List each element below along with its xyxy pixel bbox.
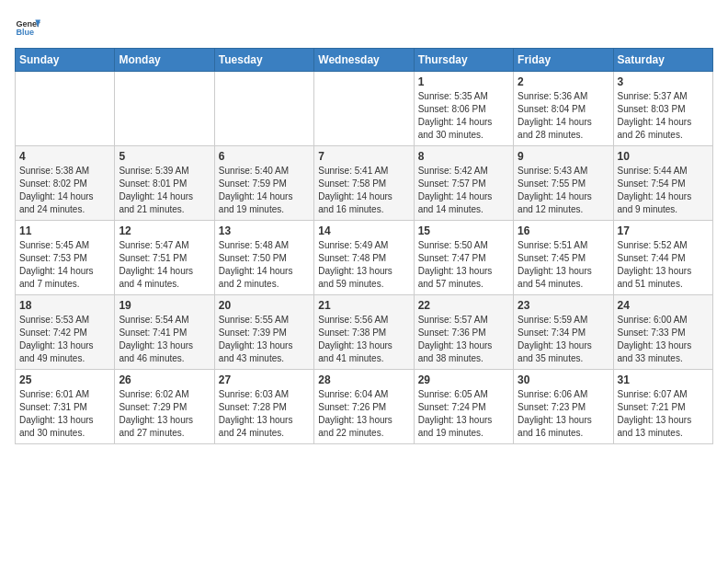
calendar-body: 1Sunrise: 5:35 AMSunset: 8:06 PMDaylight…	[16, 72, 713, 444]
day-info: Sunrise: 5:53 AMSunset: 7:42 PMDaylight:…	[19, 314, 110, 365]
calendar-cell: 6Sunrise: 5:40 AMSunset: 7:59 PMDaylight…	[214, 146, 313, 221]
calendar-cell: 28Sunrise: 6:04 AMSunset: 7:26 PMDayligh…	[314, 370, 414, 444]
week-row-2: 4Sunrise: 5:38 AMSunset: 8:02 PMDaylight…	[16, 146, 713, 221]
calendar-cell: 31Sunrise: 6:07 AMSunset: 7:21 PMDayligh…	[613, 370, 712, 444]
day-number: 23	[518, 299, 609, 312]
svg-text:Blue: Blue	[16, 28, 34, 37]
calendar-cell	[214, 72, 313, 146]
page-header: General Blue	[15, 15, 713, 40]
day-number: 31	[618, 373, 709, 386]
day-number: 30	[518, 373, 609, 386]
day-info: Sunrise: 5:38 AMSunset: 8:02 PMDaylight:…	[19, 165, 110, 216]
day-number: 4	[19, 150, 110, 163]
day-info: Sunrise: 5:35 AMSunset: 8:06 PMDaylight:…	[418, 90, 509, 142]
day-number: 26	[119, 373, 210, 386]
day-info: Sunrise: 5:57 AMSunset: 7:36 PMDaylight:…	[418, 314, 509, 365]
day-number: 3	[618, 75, 709, 88]
calendar-cell: 18Sunrise: 5:53 AMSunset: 7:42 PMDayligh…	[16, 295, 115, 370]
day-number: 20	[219, 299, 310, 312]
day-number: 5	[119, 150, 210, 163]
header-day-monday: Monday	[115, 49, 214, 72]
calendar-cell	[16, 72, 115, 146]
calendar-cell	[115, 72, 214, 146]
day-info: Sunrise: 5:52 AMSunset: 7:44 PMDaylight:…	[618, 239, 709, 291]
day-number: 8	[418, 150, 509, 163]
day-info: Sunrise: 5:50 AMSunset: 7:47 PMDaylight:…	[418, 239, 509, 291]
header-day-wednesday: Wednesday	[314, 49, 414, 72]
calendar-cell: 22Sunrise: 5:57 AMSunset: 7:36 PMDayligh…	[414, 295, 513, 370]
day-info: Sunrise: 6:03 AMSunset: 7:28 PMDaylight:…	[219, 388, 310, 440]
header-day-saturday: Saturday	[613, 49, 712, 72]
day-info: Sunrise: 6:02 AMSunset: 7:29 PMDaylight:…	[119, 388, 210, 440]
day-info: Sunrise: 6:00 AMSunset: 7:33 PMDaylight:…	[618, 314, 709, 365]
day-number: 16	[518, 224, 609, 237]
day-info: Sunrise: 6:04 AMSunset: 7:26 PMDaylight:…	[318, 388, 409, 440]
day-number: 18	[19, 299, 110, 312]
calendar-cell: 11Sunrise: 5:45 AMSunset: 7:53 PMDayligh…	[16, 221, 115, 295]
calendar-cell: 4Sunrise: 5:38 AMSunset: 8:02 PMDaylight…	[16, 146, 115, 221]
day-info: Sunrise: 5:39 AMSunset: 8:01 PMDaylight:…	[119, 165, 210, 216]
week-row-3: 11Sunrise: 5:45 AMSunset: 7:53 PMDayligh…	[16, 221, 713, 295]
day-number: 27	[219, 373, 310, 386]
day-number: 10	[618, 150, 709, 163]
calendar-cell: 14Sunrise: 5:49 AMSunset: 7:48 PMDayligh…	[314, 221, 414, 295]
day-number: 24	[618, 299, 709, 312]
calendar-cell: 20Sunrise: 5:55 AMSunset: 7:39 PMDayligh…	[214, 295, 313, 370]
day-number: 9	[518, 150, 609, 163]
calendar-cell: 15Sunrise: 5:50 AMSunset: 7:47 PMDayligh…	[414, 221, 513, 295]
calendar-cell	[314, 72, 414, 146]
calendar-cell: 27Sunrise: 6:03 AMSunset: 7:28 PMDayligh…	[214, 370, 313, 444]
calendar-cell: 5Sunrise: 5:39 AMSunset: 8:01 PMDaylight…	[115, 146, 214, 221]
calendar-cell: 17Sunrise: 5:52 AMSunset: 7:44 PMDayligh…	[613, 221, 712, 295]
day-info: Sunrise: 6:07 AMSunset: 7:21 PMDaylight:…	[618, 388, 709, 440]
day-number: 11	[19, 224, 110, 237]
day-number: 25	[19, 373, 110, 386]
day-number: 6	[219, 150, 310, 163]
day-info: Sunrise: 5:47 AMSunset: 7:51 PMDaylight:…	[119, 239, 210, 291]
calendar-cell: 1Sunrise: 5:35 AMSunset: 8:06 PMDaylight…	[414, 72, 513, 146]
day-number: 17	[618, 224, 709, 237]
day-info: Sunrise: 6:05 AMSunset: 7:24 PMDaylight:…	[418, 388, 509, 440]
day-info: Sunrise: 5:43 AMSunset: 7:55 PMDaylight:…	[518, 165, 609, 216]
week-row-1: 1Sunrise: 5:35 AMSunset: 8:06 PMDaylight…	[16, 72, 713, 146]
day-info: Sunrise: 5:49 AMSunset: 7:48 PMDaylight:…	[318, 239, 409, 291]
calendar-cell: 25Sunrise: 6:01 AMSunset: 7:31 PMDayligh…	[16, 370, 115, 444]
calendar-cell: 24Sunrise: 6:00 AMSunset: 7:33 PMDayligh…	[613, 295, 712, 370]
logo-icon: General Blue	[15, 15, 40, 40]
calendar-cell: 10Sunrise: 5:44 AMSunset: 7:54 PMDayligh…	[613, 146, 712, 221]
week-row-4: 18Sunrise: 5:53 AMSunset: 7:42 PMDayligh…	[16, 295, 713, 370]
calendar-cell: 23Sunrise: 5:59 AMSunset: 7:34 PMDayligh…	[514, 295, 613, 370]
calendar-cell: 29Sunrise: 6:05 AMSunset: 7:24 PMDayligh…	[414, 370, 513, 444]
day-info: Sunrise: 6:06 AMSunset: 7:23 PMDaylight:…	[518, 388, 609, 440]
day-number: 19	[119, 299, 210, 312]
calendar-cell: 9Sunrise: 5:43 AMSunset: 7:55 PMDaylight…	[514, 146, 613, 221]
calendar-cell: 2Sunrise: 5:36 AMSunset: 8:04 PMDaylight…	[514, 72, 613, 146]
calendar-cell: 21Sunrise: 5:56 AMSunset: 7:38 PMDayligh…	[314, 295, 414, 370]
calendar-cell: 7Sunrise: 5:41 AMSunset: 7:58 PMDaylight…	[314, 146, 414, 221]
day-info: Sunrise: 5:55 AMSunset: 7:39 PMDaylight:…	[219, 314, 310, 365]
day-info: Sunrise: 5:41 AMSunset: 7:58 PMDaylight:…	[318, 165, 409, 216]
day-number: 7	[318, 150, 409, 163]
header-day-tuesday: Tuesday	[214, 49, 313, 72]
calendar-cell: 19Sunrise: 5:54 AMSunset: 7:41 PMDayligh…	[115, 295, 214, 370]
header-day-friday: Friday	[514, 49, 613, 72]
day-number: 2	[518, 75, 609, 88]
day-info: Sunrise: 5:36 AMSunset: 8:04 PMDaylight:…	[518, 90, 609, 142]
calendar-cell: 30Sunrise: 6:06 AMSunset: 7:23 PMDayligh…	[514, 370, 613, 444]
day-number: 14	[318, 224, 409, 237]
day-info: Sunrise: 5:45 AMSunset: 7:53 PMDaylight:…	[19, 239, 110, 291]
day-number: 12	[119, 224, 210, 237]
calendar-cell: 12Sunrise: 5:47 AMSunset: 7:51 PMDayligh…	[115, 221, 214, 295]
header-day-sunday: Sunday	[16, 49, 115, 72]
day-info: Sunrise: 5:44 AMSunset: 7:54 PMDaylight:…	[618, 165, 709, 216]
calendar-table: SundayMondayTuesdayWednesdayThursdayFrid…	[15, 48, 713, 444]
calendar-cell: 3Sunrise: 5:37 AMSunset: 8:03 PMDaylight…	[613, 72, 712, 146]
day-info: Sunrise: 5:42 AMSunset: 7:57 PMDaylight:…	[418, 165, 509, 216]
day-info: Sunrise: 5:40 AMSunset: 7:59 PMDaylight:…	[219, 165, 310, 216]
day-number: 28	[318, 373, 409, 386]
calendar-header: SundayMondayTuesdayWednesdayThursdayFrid…	[16, 49, 713, 72]
day-number: 21	[318, 299, 409, 312]
header-day-thursday: Thursday	[414, 49, 513, 72]
day-info: Sunrise: 5:56 AMSunset: 7:38 PMDaylight:…	[318, 314, 409, 365]
day-info: Sunrise: 5:54 AMSunset: 7:41 PMDaylight:…	[119, 314, 210, 365]
